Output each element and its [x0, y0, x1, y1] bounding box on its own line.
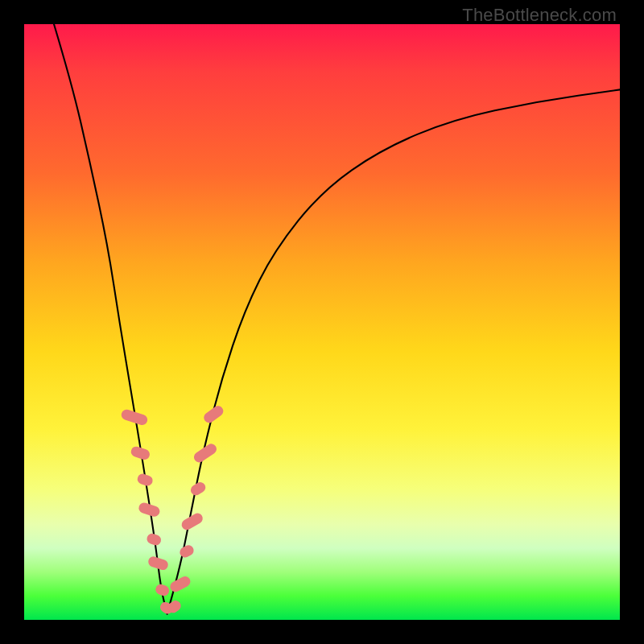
plot-area: [24, 24, 620, 620]
curve-left-branch: [54, 24, 167, 614]
beads-group: [120, 404, 225, 616]
bead: [180, 511, 204, 531]
bead: [168, 575, 192, 594]
bead: [189, 481, 208, 497]
curve-layer: [24, 24, 620, 620]
curve-right-branch: [167, 89, 620, 613]
watermark-text: TheBottleneck.com: [462, 5, 617, 26]
bead: [178, 543, 196, 559]
bead: [136, 473, 154, 487]
bead: [202, 404, 225, 425]
bead: [146, 532, 163, 547]
bead: [155, 583, 171, 597]
chart-frame: TheBottleneck.com: [0, 0, 644, 644]
